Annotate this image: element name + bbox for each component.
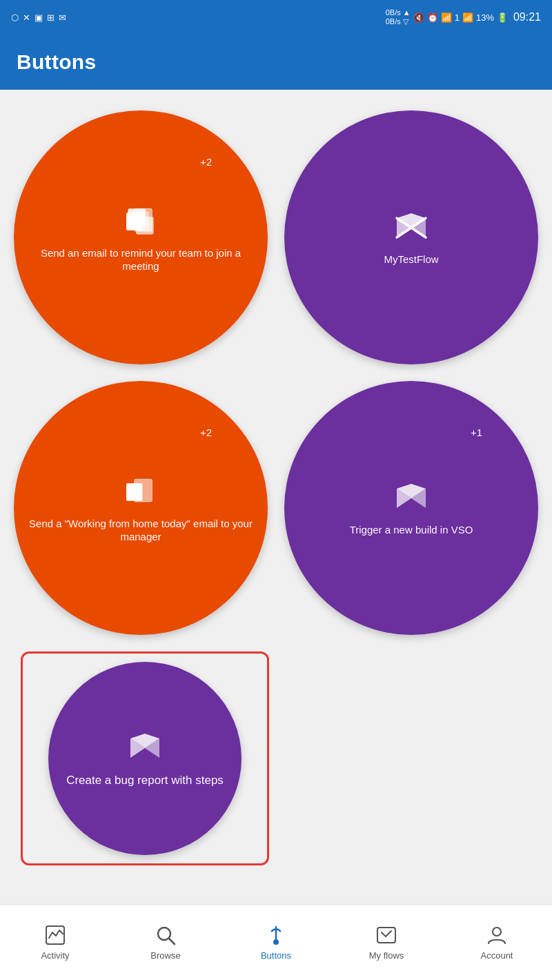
bottom-nav: Activity Browse Buttons My flows Account [0, 904, 552, 980]
cut-icon: ✕ [23, 12, 30, 23]
btn4-count: +1 [471, 427, 482, 438]
nav-myflows-label: My flows [369, 950, 404, 961]
nav-activity-label: Activity [41, 950, 69, 961]
nav-browse-label: Browse [150, 950, 180, 961]
flow-button-4[interactable]: +1 Trigger a new build in VSO [284, 381, 538, 635]
nav-myflows[interactable]: My flows [331, 917, 442, 968]
nav-account[interactable]: Account [442, 917, 552, 968]
svg-point-19 [273, 939, 279, 945]
browse-icon [155, 924, 177, 946]
btn1-count: +2 [200, 156, 212, 168]
signal-bars: 📶 [462, 12, 473, 23]
status-bar: ⬡ ✕ ▣ ⊞ ✉ 0B/s ▲0B/s ▽ 🔇 ⏰ 📶 1 📶 13% 🔋 0… [0, 0, 552, 35]
flow-button-5[interactable]: Create a bug report with steps [48, 662, 241, 855]
alarm-icon: ⏰ [427, 12, 438, 23]
btn4-label: Trigger a new build in VSO [350, 523, 473, 537]
data-speed: 0B/s ▲0B/s ▽ [386, 8, 411, 26]
btn1-label: Send an email to remind your team to joi… [28, 246, 254, 273]
svg-rect-9 [135, 479, 152, 502]
svg-rect-4 [135, 208, 152, 231]
battery-percent: 13% [476, 12, 494, 23]
office-icon-3 [121, 473, 160, 511]
battery-icon: ⬡ [11, 12, 19, 23]
highlight-border: Create a bug report with steps [21, 651, 269, 865]
main-content: +2 Send an email to remind your team to … [0, 90, 552, 904]
flow-button-1[interactable]: +2 Send an email to remind your team to … [14, 110, 268, 364]
account-icon [486, 924, 508, 946]
buttons-icon [265, 924, 287, 946]
activity-icon [44, 924, 66, 946]
flow-button-2[interactable]: MyTestFlow [284, 110, 538, 364]
nav-browse[interactable]: Browse [110, 917, 221, 968]
sim-icon: 1 [455, 12, 460, 23]
mail-icon: ✉ [59, 12, 66, 23]
svg-point-21 [493, 928, 501, 936]
btn5-label: Create a bug report with steps [66, 773, 224, 788]
grid-icon: ⊞ [47, 12, 55, 23]
vso-icon-4 [392, 479, 431, 518]
status-icons-left: ⬡ ✕ ▣ ⊞ ✉ [11, 12, 66, 23]
page-title: Buttons [17, 50, 96, 74]
office-icon-1 [121, 202, 160, 241]
nav-activity[interactable]: Activity [0, 917, 110, 968]
nav-buttons[interactable]: Buttons [221, 917, 331, 968]
highlighted-row: Create a bug report with steps [14, 651, 538, 865]
wifi-icon: 📶 [441, 12, 452, 23]
vso-icon-2 [392, 208, 431, 247]
nav-account-label: Account [481, 950, 513, 961]
vso-icon-5 [126, 729, 164, 767]
screen-icon: ▣ [34, 12, 43, 23]
flow-button-3[interactable]: +2 Send a "Working from home today" emai… [14, 381, 268, 635]
myflows-icon [375, 924, 397, 946]
battery-indicator: 🔋 [497, 12, 508, 23]
mute-icon: 🔇 [413, 12, 424, 23]
svg-line-18 [169, 939, 175, 944]
clock: 09:21 [513, 11, 541, 23]
app-bar: Buttons [0, 35, 552, 90]
button-grid: +2 Send an email to remind your team to … [14, 110, 538, 635]
btn3-label: Send a "Working from home today" email t… [28, 517, 254, 544]
btn2-label: MyTestFlow [384, 253, 438, 266]
status-icons-right: 0B/s ▲0B/s ▽ 🔇 ⏰ 📶 1 📶 13% 🔋 09:21 [386, 8, 541, 26]
nav-buttons-label: Buttons [261, 950, 291, 961]
btn3-count: +2 [200, 427, 212, 438]
